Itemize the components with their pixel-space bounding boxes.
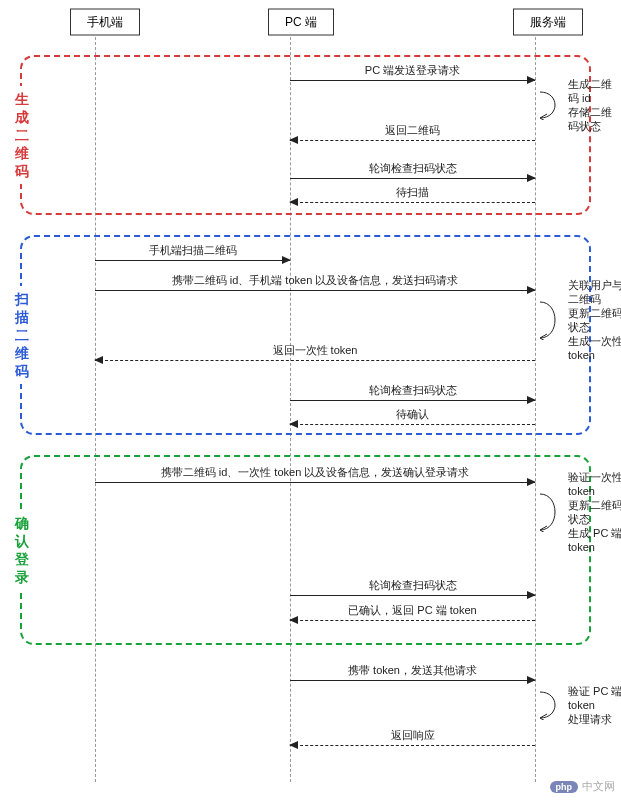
arrow-label: 携带二维码 id、手机端 token 以及设备信息，发送扫码请求: [95, 274, 535, 287]
arrow-p3-return-pctoken: 已确认，返回 PC 端 token: [290, 620, 535, 621]
arrow-p1-pending-scan: 待扫描: [290, 202, 535, 203]
arrow-p2-return-token: 返回一次性 token: [95, 360, 535, 361]
actor-server: 服务端: [513, 9, 583, 36]
arrow-return-response: 返回响应: [290, 745, 535, 746]
arrow-label: 返回一次性 token: [95, 344, 535, 357]
arrow-label: 轮询检查扫码状态: [290, 384, 535, 397]
phase-label-confirm: 确认登录: [7, 510, 37, 590]
arrow-label: 携带 token，发送其他请求: [290, 664, 535, 677]
arrow-p2-polling: 轮询检查扫码状态: [290, 400, 535, 401]
arrow-p3-polling: 轮询检查扫码状态: [290, 595, 535, 596]
selfmsg-associate-user: 关联用户与二维码更新二维码状态生成一次性 token: [538, 300, 621, 340]
selfmsg-label: 验证一次性 token更新二维码状态生成 PC 端 token: [568, 470, 621, 554]
actor-mobile: 手机端: [70, 9, 140, 36]
selfmsg-gen-qr: 生成二维码 id存储二维码状态: [538, 90, 618, 120]
arrow-p3-confirm-request: 携带二维码 id、一次性 token 以及设备信息，发送确认登录请求: [95, 482, 535, 483]
watermark: php 中文网: [550, 779, 616, 794]
arrow-label: 轮询检查扫码状态: [290, 579, 535, 592]
arrow-p2-pending-confirm: 待确认: [290, 424, 535, 425]
arrow-p2-scan-request: 携带二维码 id、手机端 token 以及设备信息，发送扫码请求: [95, 290, 535, 291]
arrow-label: PC 端发送登录请求: [290, 64, 535, 77]
arrow-label: 返回响应: [290, 729, 535, 742]
selfmsg-label: 验证 PC 端 token处理请求: [568, 684, 621, 726]
arrow-p1-polling: 轮询检查扫码状态: [290, 178, 535, 179]
arrow-label: 待确认: [290, 408, 535, 421]
arrow-label: 手机端扫描二维码: [95, 244, 290, 257]
sequence-diagram: 手机端 PC 端 服务端 生成二维码 扫描二维码 确认登录 PC 端发送登录请求…: [0, 0, 621, 800]
php-badge: php: [550, 781, 579, 793]
arrow-other-request: 携带 token，发送其他请求: [290, 680, 535, 681]
arrow-label: 携带二维码 id、一次性 token 以及设备信息，发送确认登录请求: [95, 466, 535, 479]
selfmsg-validate-token: 验证一次性 token更新二维码状态生成 PC 端 token: [538, 492, 621, 532]
actor-pc: PC 端: [268, 9, 334, 36]
watermark-text: 中文网: [582, 779, 615, 794]
phase-label-generate: 生成二维码: [7, 86, 37, 184]
arrow-label: 返回二维码: [290, 124, 535, 137]
arrow-p2-scan-qr: 手机端扫描二维码: [95, 260, 290, 261]
phase-label-scan: 扫描二维码: [7, 286, 37, 384]
arrow-label: 已确认，返回 PC 端 token: [290, 604, 535, 617]
arrow-label: 轮询检查扫码状态: [290, 162, 535, 175]
selfmsg-label: 生成二维码 id存储二维码状态: [568, 77, 618, 133]
selfmsg-label: 关联用户与二维码更新二维码状态生成一次性 token: [568, 278, 621, 362]
phase-scan-qr: 扫描二维码: [20, 235, 591, 435]
arrow-p1-login-request: PC 端发送登录请求: [290, 80, 535, 81]
arrow-p1-return-qr: 返回二维码: [290, 140, 535, 141]
arrow-label: 待扫描: [290, 186, 535, 199]
selfmsg-validate-pctoken: 验证 PC 端 token处理请求: [538, 690, 621, 720]
